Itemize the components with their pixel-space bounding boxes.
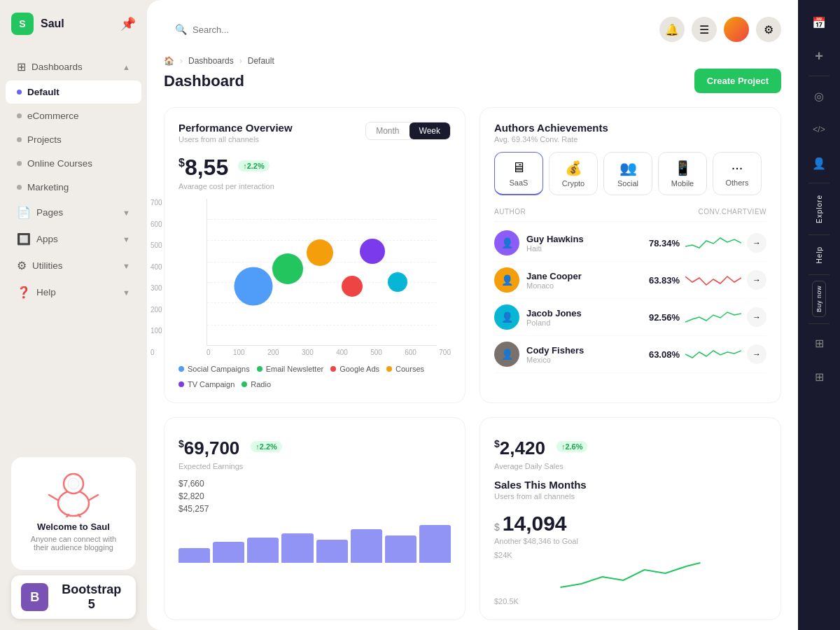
svg-line-3: [49, 495, 57, 500]
panel-circle-icon[interactable]: ◎: [805, 82, 833, 110]
panel-grid-icon-1[interactable]: ⊞: [805, 330, 833, 358]
breadcrumb: 🏠 › Dashboards › Default: [164, 56, 781, 66]
sales-value: 14,094: [503, 512, 567, 536]
cat-tab-social[interactable]: 👥 Social: [603, 152, 652, 195]
sidebar-item-dashboards[interactable]: ⊞ Dashboards ▲: [6, 54, 141, 80]
search-input[interactable]: [192, 24, 349, 35]
earnings-card: $69,700 ↑2.2% Expected Earnings $7,660 $…: [164, 417, 465, 620]
bubble-email: [272, 253, 303, 284]
perf-title: Performance Overview: [178, 122, 293, 134]
settings-icon[interactable]: ⚙: [756, 17, 781, 42]
perf-header: Performance Overview Users from all chan…: [178, 122, 451, 144]
earnings-badge: ↑2.2%: [251, 441, 282, 452]
pin-icon[interactable]: 📌: [120, 16, 136, 31]
explore-label[interactable]: Explore: [816, 189, 823, 229]
tab-week[interactable]: Week: [410, 122, 450, 139]
table-row: 👤 Cody Fishers Mexico 63.08% →: [494, 336, 766, 373]
search-box[interactable]: 🔍: [164, 18, 360, 41]
bubble-chart: [206, 199, 437, 346]
cat-tab-crypto[interactable]: 💰 Crypto: [549, 152, 598, 195]
panel-code-icon[interactable]: </>: [805, 115, 833, 144]
menu-icon[interactable]: ☰: [692, 17, 717, 42]
authors-header: Authors Achievements Avg. 69.34% Conv. R…: [494, 122, 766, 144]
sidebar-item-label: Projects: [27, 134, 62, 145]
topbar: 🔍 🔔 ☰ ⚙: [164, 17, 781, 42]
table-header: AUTHOR CONV. CHART VIEW: [494, 205, 766, 222]
panel-add-icon[interactable]: +: [805, 42, 833, 70]
y-axis: 700 600 500 400 300 200 100 0: [150, 199, 162, 356]
buy-now-button[interactable]: Buy now: [812, 281, 826, 317]
legend-social: Social Campaigns: [178, 365, 250, 373]
metric-row: $8,55 ↑2.2%: [178, 149, 451, 182]
nav-dot: [17, 161, 22, 166]
perf-subtitle: Users from all channels: [178, 135, 293, 144]
pages-icon: 📄: [17, 206, 31, 219]
chevron-icon: ▼: [122, 288, 130, 297]
bubble-ads: [307, 239, 333, 266]
sparkline-chart: [685, 307, 741, 328]
create-project-button[interactable]: Create Project: [694, 69, 781, 93]
category-tabs: 🖥 SaaS 💰 Crypto 👥 Social 📱 Mobile: [494, 152, 766, 195]
cat-tab-saas[interactable]: 🖥 SaaS: [494, 152, 543, 195]
sidebar-item-label: Help: [36, 287, 56, 298]
panel-grid-icon-2[interactable]: ⊞: [805, 363, 833, 391]
daily-sales-label: Average Daily Sales: [494, 462, 766, 470]
sidebar-item-projects[interactable]: Projects: [6, 128, 141, 151]
sidebar-item-utilities[interactable]: ⚙ Utilities ▼: [6, 253, 141, 279]
metric-label: Avarage cost per interaction: [178, 182, 451, 190]
sidebar-item-marketing[interactable]: Marketing: [6, 176, 141, 199]
panel-user-icon[interactable]: 👤: [805, 149, 833, 177]
astronaut-illustration: [42, 468, 105, 517]
table-row: 👤 Guy Hawkins Haiti 78.34% →: [494, 225, 766, 262]
sidebar-item-label: Apps: [36, 234, 58, 244]
avatar[interactable]: [724, 17, 749, 42]
nav-dot: [17, 90, 22, 94]
tab-month[interactable]: Month: [366, 122, 409, 139]
nav-dot: [17, 137, 22, 142]
tab-group: Month Week: [365, 122, 451, 140]
sidebar-item-help[interactable]: ❓ Help ▼: [6, 279, 141, 305]
sidebar-header: S Saul 📌: [0, 0, 147, 48]
nav-dot: [17, 113, 22, 118]
breadcrumb-current: Default: [248, 56, 274, 66]
table-row: 👤 Jacob Jones Poland 92.56% →: [494, 299, 766, 336]
sidebar-item-default[interactable]: Default: [6, 80, 141, 104]
sidebar-item-pages[interactable]: 📄 Pages ▼: [6, 200, 141, 225]
cat-tab-mobile[interactable]: 📱 Mobile: [658, 152, 707, 195]
chevron-icon: ▼: [122, 209, 130, 217]
bubble-chart-container: 700 600 500 400 300 200 100 0: [178, 199, 451, 356]
page-title: Dashboard: [164, 72, 244, 90]
avatar: 👤: [494, 267, 519, 293]
view-button[interactable]: →: [747, 233, 766, 253]
bubble-social: [234, 267, 272, 306]
chevron-icon: ▲: [122, 63, 130, 71]
welcome-subtitle: Anyone can connect with their audience b…: [22, 535, 125, 552]
earnings-bar-chart: [178, 521, 451, 563]
header-chart: CHART: [722, 208, 748, 216]
help-label[interactable]: Help: [816, 241, 823, 270]
svg-point-2: [68, 478, 79, 489]
panel-calendar-icon[interactable]: 📅: [805, 8, 833, 36]
legend-radio: Radio: [241, 380, 271, 388]
sidebar-item-ecommerce[interactable]: eCommerce: [6, 104, 141, 127]
apps-icon: 🔲: [17, 232, 31, 246]
welcome-card: Welcome to Saul Anyone can connect with …: [11, 457, 136, 570]
help-icon: ❓: [17, 286, 31, 299]
daily-sales-card: $2,420 ↑2.6% Average Daily Sales Sales T…: [479, 417, 781, 620]
app-logo: S: [11, 13, 34, 35]
sidebar-item-apps[interactable]: 🔲 Apps ▼: [6, 226, 141, 252]
sales-chart: [494, 559, 766, 594]
notification-icon[interactable]: 🔔: [659, 17, 685, 42]
view-button[interactable]: →: [747, 307, 766, 327]
welcome-title: Welcome to Saul: [22, 522, 125, 532]
view-button[interactable]: →: [747, 270, 766, 290]
view-button[interactable]: →: [747, 344, 766, 364]
sidebar-item-online-courses[interactable]: Online Courses: [6, 152, 141, 175]
performance-card: Performance Overview Users from all chan…: [164, 107, 465, 403]
home-icon[interactable]: 🏠: [164, 56, 174, 66]
chevron-icon: ▼: [122, 262, 130, 270]
search-icon: 🔍: [175, 24, 187, 35]
breadcrumb-dashboards[interactable]: Dashboards: [188, 56, 234, 66]
daily-sales-badge: ↑2.6%: [556, 441, 588, 452]
cat-tab-others[interactable]: ··· Others: [713, 152, 762, 195]
